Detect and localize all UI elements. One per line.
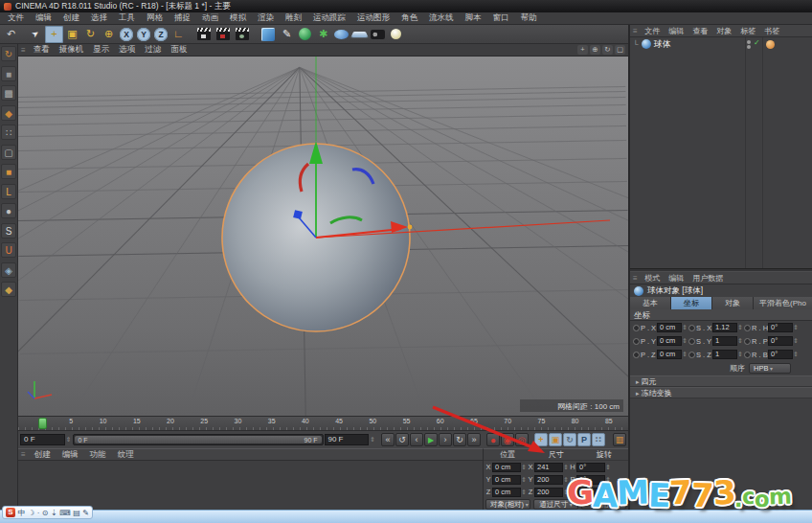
- play-button[interactable]: ▶: [424, 433, 438, 446]
- menu-item[interactable]: 文件: [2, 12, 30, 24]
- key-pla-button[interactable]: ∷: [592, 433, 605, 446]
- object-manager-menu-item[interactable]: 对象: [712, 26, 736, 36]
- add-floor-icon[interactable]: [350, 32, 368, 37]
- lock-workplane-icon[interactable]: ◆: [1, 282, 16, 297]
- current-frame-field[interactable]: 0 F: [20, 434, 65, 445]
- attribute-group-header[interactable]: 冻结变换: [630, 387, 812, 398]
- edges-mode-icon[interactable]: ▢: [1, 145, 16, 160]
- material-manager[interactable]: ≡ 创建编辑功能纹理: [18, 448, 484, 510]
- viewport-menu-item[interactable]: 选项: [114, 44, 140, 56]
- panel-grip-icon[interactable]: ≡: [21, 46, 26, 55]
- render-view-icon[interactable]: [197, 28, 211, 40]
- workplane-icon[interactable]: ◈: [1, 262, 16, 278]
- keyboard-icon[interactable]: ⌨: [59, 509, 71, 517]
- object-manager-menu-item[interactable]: 文件: [641, 26, 665, 36]
- key-parameter-button[interactable]: P: [577, 433, 591, 446]
- workplane-mode-icon[interactable]: ◆: [1, 105, 16, 121]
- attribute-tab[interactable]: 坐标: [671, 297, 712, 309]
- pan-view-icon[interactable]: +: [577, 45, 588, 55]
- position-field[interactable]: 0 cm: [492, 475, 521, 485]
- coord-system-icon[interactable]: ∟: [169, 26, 188, 43]
- attribute-tab[interactable]: 平滑着色(Pho: [754, 297, 812, 309]
- coordinate-mode-dropdown[interactable]: 对象(相对): [485, 499, 530, 510]
- add-deformer-icon[interactable]: ✱: [314, 26, 332, 43]
- texture-mode-icon[interactable]: ▩: [1, 85, 16, 101]
- object-manager-tree[interactable]: └ 球体 ✓: [630, 37, 812, 268]
- key-rotation-button[interactable]: ↻: [563, 433, 576, 446]
- loop-button[interactable]: ↻: [453, 433, 466, 446]
- position-field[interactable]: 0 cm: [657, 350, 682, 359]
- attribute-menu-item[interactable]: 用户数据: [688, 273, 728, 284]
- menu-item[interactable]: 编辑: [30, 12, 57, 24]
- viewport-menu-item[interactable]: 过滤: [140, 44, 166, 56]
- menu-item[interactable]: 角色: [395, 12, 423, 24]
- position-field[interactable]: 0 cm: [657, 336, 682, 346]
- attribute-menu-item[interactable]: 编辑: [665, 273, 688, 284]
- goto-end-button[interactable]: »: [467, 433, 481, 446]
- autokey-button[interactable]: ◉: [501, 433, 514, 446]
- material-menu-item[interactable]: 编辑: [56, 449, 84, 461]
- object-name[interactable]: 球体: [654, 38, 671, 51]
- anim-dot-icon[interactable]: [688, 352, 695, 358]
- rotate-view-icon[interactable]: ↻: [602, 45, 613, 55]
- x-axis-lock-icon[interactable]: X: [120, 28, 133, 41]
- input-mode-icon[interactable]: 中: [18, 508, 26, 518]
- anim-dot-icon[interactable]: [688, 338, 695, 345]
- menu-item[interactable]: 雕刻: [280, 12, 307, 24]
- menu-item[interactable]: 帮助: [515, 12, 543, 24]
- position-field[interactable]: 0 cm: [492, 463, 521, 472]
- z-axis-lock-icon[interactable]: Z: [154, 28, 168, 41]
- menu-item[interactable]: 工具: [113, 12, 141, 24]
- scale-field[interactable]: 1: [712, 336, 737, 346]
- size-field[interactable]: 200 cm: [534, 488, 563, 497]
- menu-item[interactable]: 运动跟踪: [307, 12, 351, 24]
- prev-frame-button[interactable]: ‹: [410, 433, 423, 446]
- menu-item[interactable]: 动画: [196, 12, 224, 24]
- object-manager-menu-item[interactable]: 标签: [736, 26, 760, 36]
- timeline-playhead[interactable]: [38, 418, 47, 429]
- menu-item[interactable]: 模拟: [224, 12, 252, 24]
- material-menu-item[interactable]: 功能: [84, 449, 112, 461]
- attribute-tab[interactable]: 基本: [630, 297, 671, 309]
- title-bar[interactable]: CINEMA 4D R18.011 Studio (RC - R18) - [未…: [0, 0, 812, 12]
- scale-tool-icon[interactable]: ▣: [63, 26, 81, 43]
- keyframe-presets-button[interactable]: ▥: [613, 433, 626, 446]
- play-backward-button[interactable]: ↺: [395, 433, 409, 446]
- size-field[interactable]: 241 cm: [534, 463, 563, 472]
- add-generator-icon[interactable]: [299, 28, 311, 40]
- anim-dot-icon[interactable]: [744, 338, 751, 345]
- menu-item[interactable]: 网格: [141, 12, 169, 24]
- make-editable-icon[interactable]: ↻: [1, 46, 16, 61]
- viewport-menu-item[interactable]: 显示: [88, 44, 114, 56]
- object-manager-menu-item[interactable]: 编辑: [665, 26, 688, 36]
- object-manager-menu-item[interactable]: 书签: [760, 26, 784, 36]
- anim-dot-icon[interactable]: [688, 325, 695, 331]
- add-camera-icon[interactable]: [371, 30, 385, 39]
- points-mode-icon[interactable]: ∷: [1, 125, 16, 140]
- keyframe-selection-button[interactable]: ◎: [515, 433, 529, 446]
- voice-icon[interactable]: ⇣: [51, 509, 57, 517]
- size-field[interactable]: 200 cm: [534, 475, 563, 485]
- sogou-logo[interactable]: S: [6, 508, 15, 517]
- select-tool-icon[interactable]: ➤: [24, 22, 49, 47]
- viewport-canvas[interactable]: 网格间距 : 100 cm: [18, 57, 628, 416]
- visibility-dots-icon[interactable]: [747, 40, 751, 49]
- next-frame-button[interactable]: ›: [439, 433, 452, 446]
- last-tool-icon[interactable]: ⊕: [100, 26, 118, 43]
- attribute-tab[interactable]: 对象: [712, 297, 754, 309]
- toolbar-separator[interactable]: [188, 26, 194, 43]
- toolbox-icon[interactable]: ▤: [73, 509, 80, 517]
- toolbar-separator[interactable]: [252, 26, 259, 43]
- attribute-group-header[interactable]: 四元: [630, 375, 812, 387]
- anim-dot-icon[interactable]: [744, 325, 751, 331]
- key-position-button[interactable]: +: [534, 433, 548, 446]
- model-mode-icon[interactable]: ■: [1, 66, 16, 81]
- magnet-snap-icon[interactable]: U: [1, 242, 16, 258]
- toggle-view-icon[interactable]: ▢: [615, 45, 625, 55]
- add-environment-icon[interactable]: [334, 30, 349, 39]
- axis-mode-icon[interactable]: L: [1, 184, 16, 199]
- rotation-field[interactable]: 0°: [768, 323, 793, 332]
- material-menu-item[interactable]: 创建: [29, 449, 56, 461]
- key-scale-button[interactable]: ▣: [549, 433, 562, 446]
- menu-item[interactable]: 窗口: [487, 12, 515, 24]
